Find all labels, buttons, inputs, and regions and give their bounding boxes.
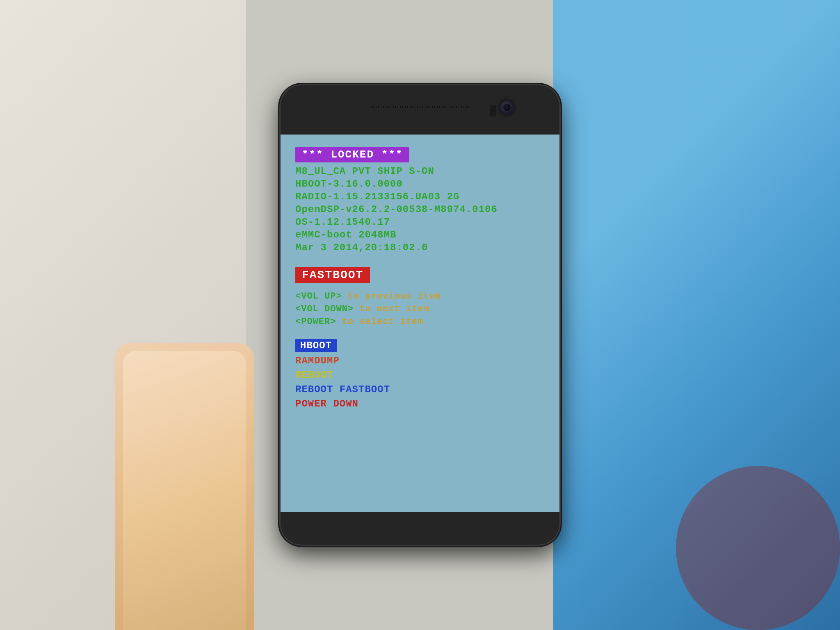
fastboot-banner-text: FASTBOOT	[295, 267, 370, 283]
info-line-1: M8_UL_CA PVT SHIP S-ON	[295, 166, 545, 177]
menu-item-reboot: REBOOT	[295, 370, 545, 381]
locked-banner-text: *** LOCKED ***	[295, 147, 409, 162]
menu-item-hboot: HBOOT	[295, 339, 545, 352]
hand	[115, 343, 254, 630]
phone: *** LOCKED *** M8_UL_CA PVT SHIP S-ON HB…	[281, 85, 559, 545]
front-camera-icon	[500, 100, 514, 115]
nav-line-3: <POWER> to select item	[295, 317, 545, 327]
nav-key-1: <VOL UP>	[295, 291, 342, 301]
info-line-4: OpenDSP-v26.2.2-00538-M8974.0106	[295, 204, 545, 215]
hboot-label: HBOOT	[295, 339, 337, 352]
info-line-6: eMMC-boot 2048MB	[295, 229, 545, 240]
info-line-7: Mar 3 2014,20:18:02.0	[295, 242, 545, 253]
phone-bottom-bezel	[281, 512, 559, 545]
nav-line-2: <VOL DOWN> to next item	[295, 304, 545, 314]
info-line-3: RADIO-1.15.2133156.UA03_2G	[295, 191, 545, 202]
fastboot-banner-wrapper: FASTBOOT	[295, 255, 545, 291]
phone-screen: *** LOCKED *** M8_UL_CA PVT SHIP S-ON HB…	[281, 135, 559, 512]
nav-key-3: <POWER>	[295, 317, 336, 327]
menu-item-reboot-fastboot: REBOOT FASTBOOT	[295, 384, 545, 395]
ir-sensor-icon	[490, 105, 496, 116]
nav-line-1: <VOL UP> to previous item	[295, 291, 545, 301]
info-line-5: OS-1.12.1540.17	[295, 217, 545, 228]
nav-key-2: <VOL DOWN>	[295, 304, 354, 314]
menu-item-power-down: POWER DOWN	[295, 398, 545, 409]
phone-top-bezel	[281, 85, 559, 135]
phone-container: *** LOCKED *** M8_UL_CA PVT SHIP S-ON HB…	[281, 85, 559, 545]
menu-item-ramdump: RAMDUMP	[295, 355, 545, 366]
speaker-grille	[371, 101, 469, 112]
nav-action-2: to next item	[359, 304, 429, 314]
info-line-2: HBOOT-3.16.0.0000	[295, 178, 545, 189]
menu-section: HBOOT RAMDUMP REBOOT REBOOT FASTBOOT POW…	[295, 339, 545, 409]
locked-banner: *** LOCKED ***	[295, 147, 545, 166]
nav-action-1: to previous item	[348, 291, 441, 301]
background-accent	[676, 466, 840, 630]
nav-action-3: to select item	[342, 317, 424, 327]
